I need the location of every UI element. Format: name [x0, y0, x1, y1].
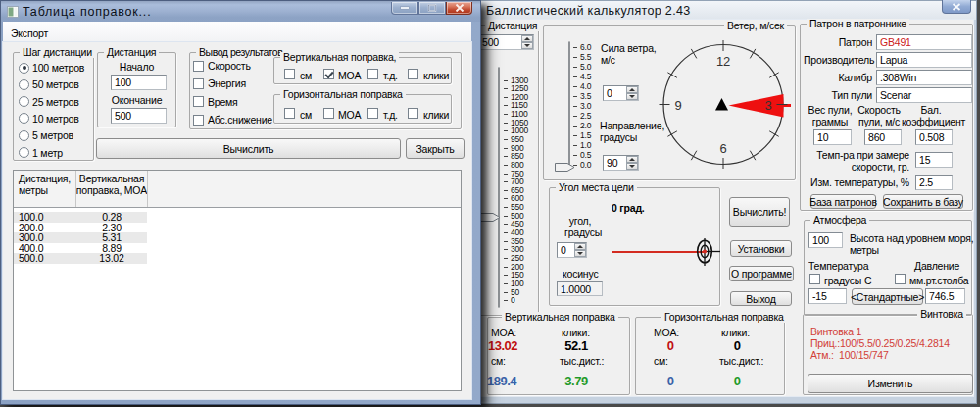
- spinner-buttons: [521, 35, 533, 49]
- vertical-cm-checkbox[interactable]: [284, 69, 295, 79]
- cartridge-db-button[interactable]: База патронов: [810, 194, 876, 209]
- checkbox-icon: [193, 96, 204, 107]
- wind-force-spin-up[interactable]: [626, 86, 638, 93]
- distance-spin-down[interactable]: [521, 42, 533, 49]
- wind-force-label: Сила ветра, м/с: [601, 43, 657, 66]
- distance-slider-track[interactable]: [498, 67, 500, 308]
- table-calculate-button[interactable]: Вычислить: [96, 138, 401, 159]
- step-radio-option[interactable]: 50 метров: [19, 76, 84, 93]
- pressure-field[interactable]: 746.5: [925, 288, 965, 304]
- step-radio-option[interactable]: 1 метр: [19, 144, 84, 161]
- table-header-correction: Вертикальная поправка, MOA: [73, 174, 151, 196]
- cell-correction: 13.02: [76, 253, 147, 264]
- wind-direction-spin-down[interactable]: [626, 163, 638, 170]
- caliber-field[interactable]: .308Win: [876, 70, 972, 85]
- horizontal-moa-checkbox[interactable]: [323, 108, 334, 119]
- rifle-change-button[interactable]: Изменить: [808, 374, 973, 393]
- bullet-weight-field[interactable]: 10: [813, 129, 852, 145]
- about-button[interactable]: О программе: [729, 266, 794, 281]
- vertical-moa-checkbox-label: MOA: [338, 71, 361, 82]
- output-checkbox-option[interactable]: Абс.снижение: [193, 111, 272, 128]
- manufacturer-field[interactable]: Lapua: [876, 52, 972, 68]
- vertical-cm-checkbox-label: см: [300, 71, 312, 82]
- wind-force-spin-down[interactable]: [626, 93, 638, 100]
- close-button[interactable]: [446, 2, 472, 15]
- text-line: Скорость: [854, 105, 905, 117]
- output-checkbox-option[interactable]: Скорость: [193, 57, 272, 75]
- angle-spin-up[interactable]: [574, 243, 586, 250]
- spinner-buttons: [626, 156, 638, 170]
- range-start-field[interactable]: 100: [111, 75, 167, 90]
- exit-button[interactable]: Выход: [730, 291, 792, 306]
- step-radio-label: 25 метров: [32, 96, 79, 108]
- angle-spin-input[interactable]: 0: [557, 242, 587, 258]
- wind-direction-spin-up[interactable]: [626, 156, 638, 163]
- output-checkbox-label: Энергия: [208, 77, 246, 89]
- calculator-close-button[interactable]: [942, 0, 971, 14]
- corrections-title-bar[interactable]: Таблица поправок...: [1, 1, 480, 22]
- table-row[interactable]: 500.0 13.02: [14, 253, 147, 264]
- horizontal-result-label: Горизонтальная поправка: [662, 312, 787, 323]
- ballistic-coefficient-field[interactable]: 0.508: [915, 129, 953, 145]
- measure-temperature-field[interactable]: 15: [915, 152, 953, 168]
- cartridge-field[interactable]: GB491: [876, 34, 972, 50]
- vertical-moa-checkbox[interactable]: [323, 69, 334, 79]
- standard-atmosphere-button[interactable]: <Стандартные>: [852, 288, 923, 305]
- range-end-field[interactable]: 500: [111, 108, 167, 124]
- output-checkbox-option[interactable]: Энергия: [193, 75, 272, 92]
- table-row[interactable]: 300.0 5.31: [14, 232, 147, 243]
- wind-direction-dial[interactable]: 12 3 6 9: [655, 35, 792, 173]
- horizontal-mil-label: тыс.дист.:: [719, 356, 763, 368]
- vertical-mil-checkbox[interactable]: [368, 69, 378, 79]
- spinner-buttons: [574, 243, 586, 257]
- altitude-field[interactable]: 100: [808, 232, 843, 248]
- bullet-type-field[interactable]: Scenar: [876, 87, 972, 103]
- distance-slider-thumb[interactable]: [480, 212, 501, 224]
- horizontal-clicks-checkbox[interactable]: [408, 108, 418, 119]
- bullet-weight-label: Вес пули, граммы: [805, 105, 856, 127]
- horizontal-cm-value: 0: [661, 375, 680, 387]
- wind-direction-spin-input[interactable]: 90: [603, 155, 639, 171]
- table-row[interactable]: 100.0 0.28: [14, 212, 147, 223]
- step-radio-option[interactable]: 10 метров: [19, 110, 84, 127]
- temperature-section-label: Температура: [808, 261, 868, 273]
- calculate-button[interactable]: Вычислить!: [729, 197, 790, 227]
- minimize-button[interactable]: [391, 2, 418, 15]
- text-line: метры: [850, 245, 973, 257]
- calculator-window-title: Баллистический калькулятор 2.43: [486, 4, 691, 18]
- vertical-clicks-checkbox[interactable]: [408, 69, 418, 79]
- column-divider: [75, 171, 76, 207]
- step-radio-option[interactable]: 5 метров: [19, 127, 84, 144]
- cosine-field[interactable]: 1.0000: [557, 281, 603, 296]
- horizontal-mil-checkbox[interactable]: [368, 108, 378, 119]
- scope-target-icon: [692, 237, 722, 267]
- close-icon: [455, 4, 464, 12]
- vertical-clicks-label: клики:: [562, 328, 590, 339]
- celsius-checkbox[interactable]: [809, 274, 820, 284]
- step-radio-option[interactable]: 100 метров: [19, 59, 84, 76]
- wind-force-spin-input[interactable]: 0: [603, 85, 639, 101]
- text-line: Вес пули,: [805, 105, 856, 117]
- bullet-speed-field[interactable]: 860: [864, 129, 902, 145]
- step-radio-label: 1 метр: [32, 147, 63, 159]
- wind-slider-thumb[interactable]: [555, 162, 575, 174]
- horizontal-cm-checkbox[interactable]: [284, 108, 295, 119]
- step-radio-option[interactable]: 25 метров: [19, 93, 84, 110]
- vertical-moa-label: MOA:: [491, 328, 516, 339]
- horizontal-clicks-value: 0: [727, 339, 747, 352]
- menu-export[interactable]: Экспорт: [6, 25, 53, 41]
- text-line: коэффициент: [902, 117, 960, 128]
- distance-spin-input[interactable]: 500: [478, 34, 534, 50]
- temperature-field[interactable]: -15: [808, 288, 847, 304]
- maximize-button[interactable]: [418, 2, 446, 15]
- distance-spin-up[interactable]: [521, 35, 533, 42]
- ballistic-coefficient-label: Бал. коэффициент: [902, 105, 960, 127]
- angle-spin-down[interactable]: [574, 250, 586, 257]
- table-close-button[interactable]: Закрыть: [406, 138, 465, 159]
- wind-slider-track[interactable]: [568, 41, 570, 170]
- output-checkbox-option[interactable]: Время: [193, 93, 272, 111]
- settings-button[interactable]: Установки: [730, 240, 792, 257]
- temperature-change-field[interactable]: 2.5: [915, 175, 953, 190]
- save-to-db-button[interactable]: Сохранить в базу: [883, 194, 963, 209]
- mmhg-checkbox[interactable]: [895, 274, 906, 284]
